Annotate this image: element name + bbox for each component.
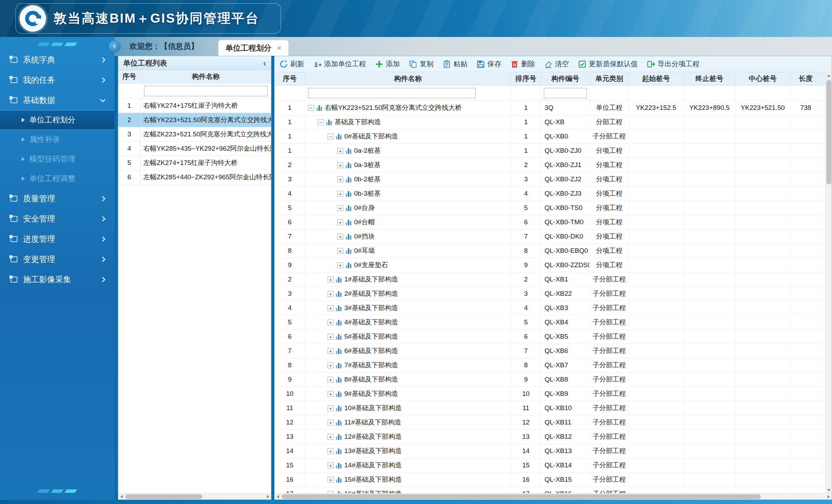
vertical-scrollbar[interactable] (825, 72, 832, 493)
table-row[interactable]: 15+14#基础及下部构造15QL-XB14子分部工程 (275, 458, 825, 473)
table-row[interactable]: 6+5#基础及下部构造6QL-XB5子分部工程 (275, 330, 825, 344)
unit-list-row[interactable]: 1 右幅YK274+175红崖子沟特大桥 (118, 99, 271, 113)
table-row[interactable]: 1+0a-2桩基1QL-XB0-ZJ0分项工程 (275, 144, 825, 158)
horizontal-scrollbar[interactable] (275, 493, 832, 499)
table-row[interactable]: 5+4#基础及下部构造5QL-XB4子分部工程 (275, 315, 825, 330)
table-row[interactable]: 8+7#基础及下部构造8QL-XB7子分部工程 (275, 358, 825, 373)
table-row[interactable]: 1−0#基础及下部构造1QL-XB0子分部工程 (275, 129, 825, 144)
table-row[interactable]: 6+0#台帽6QL-XB0-TM0分项工程 (275, 215, 825, 230)
expand-toggle-icon[interactable]: + (328, 448, 333, 454)
table-row[interactable]: 13+12#基础及下部构造13QL-XB12子分部工程 (275, 430, 825, 444)
expand-toggle-icon[interactable]: + (337, 248, 343, 254)
sidebar-item-2[interactable]: 基础数据 (0, 90, 114, 110)
expand-toggle-icon[interactable]: + (337, 148, 343, 154)
expand-toggle-icon[interactable]: + (328, 477, 333, 483)
sidebar-item-3[interactable]: 质量管理 (0, 188, 114, 209)
table-row[interactable]: 3+2#基础及下部构造3QL-XB22子分部工程 (275, 287, 825, 301)
toolbar-save-button[interactable]: 保存 (477, 59, 501, 69)
scrollbar-thumb[interactable] (282, 494, 761, 499)
table-row[interactable]: 7+6#基础及下部构造7QL-XB6子分部工程 (275, 344, 825, 358)
grid-column-header-9[interactable]: 实测项目 (822, 72, 825, 85)
grid-column-header-0[interactable]: 序号 (275, 72, 305, 85)
table-row[interactable]: 1−右幅YK223+521.50阿克塞分离式立交跨线大桥13Q单位工程YK223… (275, 101, 825, 115)
scrollbar-thumb[interactable] (125, 494, 202, 499)
horizontal-scrollbar[interactable] (118, 493, 271, 499)
table-row[interactable]: 3+0b-2桩基3QL-XB0-ZJ2分项工程 (275, 172, 825, 187)
scroll-down-icon[interactable] (826, 487, 832, 493)
table-row[interactable]: 5+0#台身5QL-XB0-TS0分项工程 (275, 201, 825, 215)
scrollbar-track[interactable] (281, 494, 825, 499)
table-row[interactable]: 4+3#基础及下部构造4QL-XB3子分部工程 (275, 301, 825, 315)
table-row[interactable]: 12+11#基础及下部构造12QL-XB11子分部工程 (275, 415, 825, 430)
expand-toggle-icon[interactable]: + (328, 319, 333, 325)
table-row[interactable]: 9+8#基础及下部构造9QL-XB8子分部工程 (275, 373, 825, 387)
expand-toggle-icon[interactable]: + (337, 205, 343, 211)
grid-column-header-3[interactable]: 构件编号 (541, 72, 590, 85)
unit-list-row[interactable]: 6 左幅ZK285+440~ZK292+965阿尔金山特长隧道 (118, 170, 271, 185)
expand-toggle-icon[interactable]: + (328, 391, 333, 397)
expand-toggle-icon[interactable]: + (337, 191, 343, 197)
sidebar-item-7[interactable]: 施工影像采集 (0, 269, 114, 289)
toolbar-paste-button[interactable]: 粘贴 (443, 59, 467, 69)
collapse-toggle-icon[interactable]: − (328, 134, 333, 140)
grid-column-header-5[interactable]: 起始桩号 (629, 72, 683, 85)
scrollbar-thumb[interactable] (826, 80, 831, 185)
scroll-left-icon[interactable] (118, 494, 125, 500)
toolbar-update-default-button[interactable]: 更新质保默认值 (578, 59, 638, 69)
table-row[interactable]: 2+1#基础及下部构造2QL-XB1子分部工程 (275, 272, 825, 287)
table-row[interactable]: 2+0a-3桩基2QL-XB0-ZJ1分项工程 (275, 158, 825, 172)
table-row[interactable]: 8+0#耳墙8QL-XB0-EBQ0分项工程 (275, 244, 825, 258)
grid-column-header-6[interactable]: 终止桩号 (683, 72, 736, 85)
scroll-up-icon[interactable] (826, 72, 832, 78)
expand-toggle-icon[interactable]: + (328, 277, 333, 283)
unit-list-row[interactable]: 4 右幅YK285+435~YK292+962阿尔金山特长隧道 (118, 142, 271, 156)
column-header-name[interactable]: 构件名称 (141, 70, 271, 83)
table-row[interactable]: 10+9#基础及下部构造10QL-XB9子分部工程 (275, 387, 825, 401)
column-header-no[interactable]: 序号 (118, 70, 141, 83)
scroll-left-icon[interactable] (275, 494, 281, 500)
table-row[interactable]: 17+16#基础及下部构造17QL-XB16子分部工程 (275, 487, 825, 493)
expand-toggle-icon[interactable]: + (328, 305, 333, 311)
expand-toggle-icon[interactable]: + (328, 334, 333, 340)
unit-list-row[interactable]: 3 左幅ZK223+521.50阿克塞分离式立交跨线大桥 (118, 127, 271, 142)
expand-toggle-icon[interactable]: + (337, 162, 343, 168)
grid-column-header-1[interactable]: 构件名称 (305, 72, 511, 85)
expand-toggle-icon[interactable]: + (337, 262, 343, 268)
expand-toggle-icon[interactable]: + (328, 291, 333, 297)
sidebar-item-1[interactable]: 我的任务 (0, 70, 114, 90)
expand-toggle-icon[interactable]: + (328, 405, 333, 411)
grid-column-header-4[interactable]: 单元类别 (590, 72, 629, 85)
unit-list-row[interactable]: 2 右幅YK223+521.50阿克塞分离式立交跨线大桥 (118, 113, 271, 127)
table-row[interactable]: 7+0#挡块7QL-XB0-DK0分项工程 (275, 230, 825, 244)
toolbar-export-button[interactable]: 导出分项工程 (647, 59, 699, 69)
sidebar-item-6[interactable]: 变更管理 (0, 249, 114, 269)
grid-column-header-7[interactable]: 中心桩号 (736, 72, 790, 85)
sidebar-subitem-2-0[interactable]: 单位工程划分 (0, 110, 114, 130)
expand-toggle-icon[interactable]: + (328, 420, 333, 426)
tab-unit-division[interactable]: 单位工程划分 × (218, 40, 289, 56)
sidebar-collapse-button[interactable]: ‹ (108, 40, 120, 52)
table-row[interactable]: 16+15#基础及下部构造16QL-XB15子分部工程 (275, 473, 825, 487)
sidebar-subitem-2-2[interactable]: 模型挂码管理 (0, 149, 114, 169)
sidebar-subitem-2-1[interactable]: 属性补录 (0, 130, 114, 149)
sidebar-item-0[interactable]: 系统字典 (0, 50, 114, 70)
expand-toggle-icon[interactable]: + (337, 219, 343, 225)
table-row[interactable]: 1−基础及下部构造1QL-XB分部工程 (275, 115, 825, 129)
expand-toggle-icon[interactable]: + (337, 176, 343, 182)
expand-toggle-icon[interactable]: + (328, 362, 333, 368)
toolbar-refresh-button[interactable]: 刷新 (279, 59, 304, 69)
toolbar-delete-button[interactable]: 删除 (510, 59, 535, 69)
unit-list-row[interactable]: 5 左幅ZK274+175红崖子沟特大桥 (118, 156, 271, 170)
toolbar-copy-button[interactable]: 复制 (409, 59, 434, 69)
unit-name-filter-input[interactable] (144, 86, 268, 96)
expand-toggle-icon[interactable]: + (328, 377, 333, 383)
tab-close-icon[interactable]: × (277, 44, 282, 53)
grid-column-header-8[interactable]: 长度 (790, 72, 822, 85)
code-filter-input[interactable] (544, 88, 587, 98)
table-row[interactable]: 14+13#基础及下部构造14QL-XB13子分部工程 (275, 444, 825, 458)
sidebar-item-4[interactable]: 安全管理 (0, 209, 114, 229)
table-row[interactable]: 11+10#基础及下部构造11QL-XB10子分部工程 (275, 401, 825, 415)
expand-toggle-icon[interactable]: + (337, 234, 343, 240)
panel-collapse-icon[interactable]: ‹ (263, 59, 266, 68)
sidebar-item-5[interactable]: 进度管理 (0, 229, 114, 249)
